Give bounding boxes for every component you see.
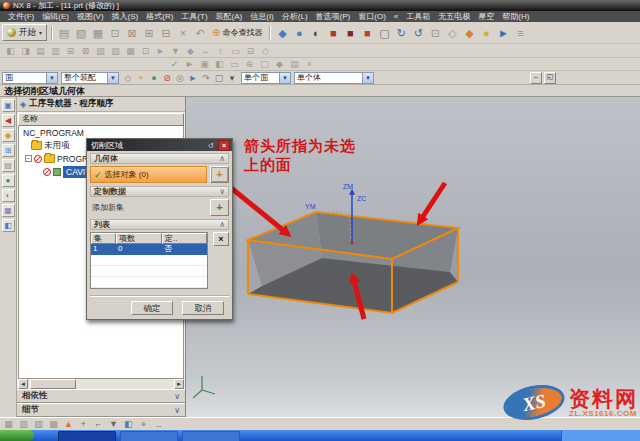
section-dependencies[interactable]: 相依性 ∨	[17, 389, 185, 403]
menu-information[interactable]: 信息(I)	[246, 11, 278, 22]
menu-toolbox[interactable]: 工具箱	[402, 11, 434, 22]
machining-icon-1[interactable]: ▦	[2, 418, 15, 430]
section-custom-data[interactable]: 定制数据 ∨	[90, 186, 229, 197]
chevron-down-icon[interactable]: ▼	[279, 73, 290, 83]
chevron-down-icon[interactable]: ∨	[219, 187, 225, 196]
menu-preferences[interactable]: 首选项(P)	[312, 11, 355, 22]
window-select-icon[interactable]: ▢	[376, 25, 392, 41]
menu-xingkong[interactable]: 星空	[474, 11, 498, 22]
add-new-set-button[interactable]: +	[210, 199, 229, 216]
machining-icon-4[interactable]: ▩	[47, 418, 60, 430]
toolbar2-icon-8[interactable]: ▨	[109, 45, 122, 57]
toolbar2-icon-1[interactable]: ◧	[4, 45, 17, 57]
toolbar3-icon-check[interactable]: ✓	[168, 58, 181, 70]
play-icon[interactable]: ►	[495, 25, 511, 41]
menu-analysis[interactable]: 分析(L)	[278, 11, 312, 22]
machining-icon-3[interactable]: ▨	[32, 418, 45, 430]
section-list[interactable]: 列表 ∧	[90, 219, 229, 230]
menu-collapse[interactable]: «	[390, 11, 402, 22]
section-details[interactable]: 细节 ∨	[17, 403, 185, 417]
chevron-down-icon[interactable]: ▼	[362, 73, 373, 83]
menu-file[interactable]: 文件(F)	[4, 11, 38, 22]
taskbar-button-2[interactable]	[120, 431, 178, 441]
remove-set-button[interactable]: ×	[213, 232, 229, 246]
cancel-button[interactable]: 取消	[182, 301, 224, 315]
new-icon[interactable]: ▤	[56, 25, 72, 41]
annotate-icon[interactable]: ◇	[444, 25, 460, 41]
start-button[interactable]: 开始 ▾	[2, 24, 47, 41]
selection-scope-combo[interactable]: 整个装配 ▼	[61, 72, 119, 84]
toolbar2-icon-13[interactable]: ◆	[184, 45, 197, 57]
open-icon[interactable]: ▧	[73, 25, 89, 41]
delete-icon[interactable]: ×	[175, 25, 191, 41]
part-navigator-icon[interactable]: ◆	[2, 129, 15, 142]
menu-electrode[interactable]: 无五电极	[434, 11, 474, 22]
menu-window[interactable]: 窗口(O)	[354, 11, 390, 22]
toolbar2-icon-14[interactable]: ↔	[199, 45, 212, 57]
toolbar3-icon-7[interactable]: ▢	[258, 58, 271, 70]
face-rule-combo[interactable]: 单个面 ▼	[241, 72, 291, 84]
toolbar2-icon-10[interactable]: ⊡	[139, 45, 152, 57]
ok-button[interactable]: 确定	[131, 301, 173, 315]
copy-icon[interactable]: ⊞	[141, 25, 157, 41]
gem-icon[interactable]: ◆	[461, 25, 477, 41]
toolbar2-icon-7[interactable]: ▧	[94, 45, 107, 57]
machining-icon-2[interactable]: ▧	[17, 418, 30, 430]
select-face-button[interactable]: +	[210, 166, 229, 183]
graphics-window[interactable]: ZM ZC YM 箭头所指为未选 上的面	[186, 97, 640, 417]
toolbar3-icon-8[interactable]: ◆	[273, 58, 286, 70]
scroll-left-icon[interactable]: ◄	[18, 379, 28, 389]
plus-icon[interactable]: +	[77, 418, 90, 430]
dialog-close-icon[interactable]: ×	[218, 140, 230, 151]
column-item-count[interactable]: 项数	[116, 233, 162, 244]
crane-icon[interactable]: ⌐	[92, 418, 105, 430]
toolbar3-icon-10[interactable]: ×	[303, 58, 316, 70]
toolbar2-icon-9[interactable]: ▩	[124, 45, 137, 57]
select-arrow-icon[interactable]: ►	[187, 72, 199, 84]
taskbar-button-3[interactable]	[182, 431, 240, 441]
toolbar2-icon-4[interactable]: ▥	[49, 45, 62, 57]
marquee-caret-icon[interactable]: ▾	[226, 72, 238, 84]
chevron-down-icon[interactable]: ▼	[46, 73, 57, 83]
no-selection-icon[interactable]: ⊘	[161, 72, 173, 84]
assembly-navigator-icon[interactable]: ▣	[2, 99, 15, 112]
minimize-icon[interactable]: –	[530, 72, 542, 84]
chevron-up-icon[interactable]: ∧	[219, 154, 225, 163]
toolbar3-icon-9[interactable]: ▤	[288, 58, 301, 70]
table-row-selected[interactable]: 1 0 否	[91, 244, 207, 255]
menu-view[interactable]: 视图(V)	[73, 11, 108, 22]
chevron-down-icon[interactable]: ▼	[107, 73, 118, 83]
toolbar2-icon-16[interactable]: ▭	[229, 45, 242, 57]
pan-view-icon[interactable]: ↺	[410, 25, 426, 41]
menu-edit[interactable]: 编辑(E)	[38, 11, 73, 22]
highlight-icon[interactable]: ●	[148, 72, 160, 84]
shaded-view-icon[interactable]: ●	[291, 25, 307, 41]
roles-icon[interactable]: ◧	[2, 219, 15, 232]
rotate-view-icon[interactable]: ↻	[393, 25, 409, 41]
deselect-all-icon[interactable]: ◎	[174, 72, 186, 84]
more-icon[interactable]: ‥	[152, 418, 165, 430]
marquee-icon[interactable]: ▢	[213, 72, 225, 84]
toolbar2-icon-6[interactable]: ⊠	[79, 45, 92, 57]
type-filter-combo[interactable]: 面 ▼	[2, 72, 58, 84]
facet-body-icon[interactable]: ■	[325, 25, 341, 41]
select-object-field[interactable]: ✓ 选择对象 (0)	[90, 166, 207, 183]
facet-body-dark-icon[interactable]: ■	[342, 25, 358, 41]
toolbar2-icon-11[interactable]: ►	[154, 45, 167, 57]
toolbar3-icon-6[interactable]: ⊕	[243, 58, 256, 70]
process-studio-icon[interactable]: ▦	[2, 204, 15, 217]
list-icon[interactable]: ≡	[512, 25, 528, 41]
chevron-down-icon[interactable]: ∨	[174, 406, 180, 415]
column-header-name[interactable]: 名称	[18, 113, 184, 126]
restore-icon[interactable]: ◱	[544, 72, 556, 84]
menu-insert[interactable]: 插入(S)	[108, 11, 143, 22]
menu-help[interactable]: 帮助(H)	[498, 11, 533, 22]
scrollbar-thumb[interactable]	[30, 379, 76, 389]
dialog-title-bar[interactable]: 切削区域 ↺ ×	[87, 139, 232, 151]
chevron-down-icon[interactable]: ∨	[174, 392, 180, 401]
snapshot-icon[interactable]: ⊡	[427, 25, 443, 41]
section-view-icon[interactable]: ■	[359, 25, 375, 41]
menu-format[interactable]: 格式(R)	[142, 11, 177, 22]
toolbar2-icon-17[interactable]: ⊟	[244, 45, 257, 57]
hd3d-tools-icon[interactable]: ▤	[2, 159, 15, 172]
